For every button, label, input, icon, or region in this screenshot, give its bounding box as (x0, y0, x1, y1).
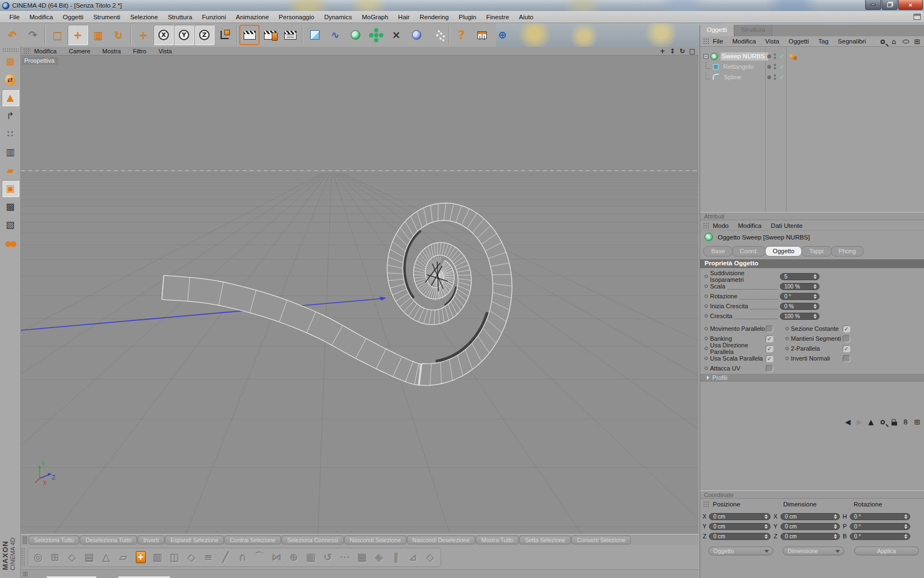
stitch-tool-icon[interactable]: ⊕ (285, 549, 302, 566)
Filtro[interactable]: Filtro (132, 47, 153, 55)
model-mode-button[interactable]: ▲ (2, 89, 19, 106)
position-field[interactable]: 0 cm (709, 513, 771, 520)
tab-struttura[interactable]: Struttura (734, 25, 772, 36)
restore-button[interactable] (882, 0, 898, 10)
enabled-check-icon[interactable]: ✓ (779, 63, 784, 70)
stepper[interactable] (765, 524, 768, 529)
points-mode-button[interactable]: ∷ (2, 126, 19, 143)
checkbox[interactable]: ✓ (843, 345, 850, 352)
attr-drag-handle[interactable] (703, 222, 710, 229)
visibility-dots[interactable] (774, 74, 776, 80)
close-button[interactable]: × (898, 0, 923, 10)
Modo[interactable]: Modo (713, 222, 729, 229)
Aiuto[interactable]: Aiuto (514, 12, 538, 22)
MoGraph[interactable]: MoGraph (357, 12, 393, 22)
coordinate-mode-dropdown[interactable]: Oggetto (708, 547, 773, 555)
size-field[interactable]: 0 cm (780, 513, 840, 520)
stepper[interactable] (834, 514, 837, 519)
File[interactable]: File (713, 38, 723, 45)
Selezione[interactable]: Selezione (125, 12, 163, 22)
polygon-mode-button[interactable]: ▰ (2, 162, 19, 179)
home-icon[interactable]: ⌂ (890, 37, 898, 46)
Oggetti[interactable]: Oggetti (789, 38, 809, 45)
add-particles-button[interactable] (427, 25, 447, 45)
lock-icon[interactable] (890, 418, 898, 426)
Funzioni[interactable]: Funzioni (197, 12, 230, 22)
split-tool-icon[interactable]: ▦ (354, 549, 371, 566)
stepper[interactable] (813, 294, 817, 299)
add-environment-button[interactable] (406, 25, 427, 45)
value-field[interactable]: 0 % (780, 303, 820, 310)
Converti Selezione[interactable]: Converti Selezione (571, 536, 631, 544)
Modifica[interactable]: Modifica (33, 47, 63, 55)
Plugin[interactable]: Plugin (454, 12, 481, 22)
rotate-tool-button[interactable]: ↻ (108, 25, 129, 45)
3d-scene[interactable]: YZX (21, 56, 698, 534)
Inverti[interactable]: Inverti (138, 536, 164, 544)
Nascondi Selezione[interactable]: Nascondi Selezione (344, 536, 406, 544)
Tag[interactable]: Tag (818, 38, 829, 45)
tree-row-sweep-nurbs[interactable]: − S Sweep NURBS ✓ (700, 51, 924, 61)
lock-x-axis-button[interactable]: X (153, 25, 174, 45)
checkbox[interactable]: ✓ (843, 335, 850, 342)
stepper[interactable] (765, 514, 768, 519)
enable-dot[interactable] (767, 65, 771, 69)
enable-dot[interactable] (767, 75, 771, 79)
visibility-dots[interactable] (774, 53, 776, 59)
rotation-field[interactable]: 0 ° (850, 513, 910, 520)
add-spline-button[interactable]: ∿ (325, 25, 345, 45)
slide-tool-icon[interactable]: ╱ (217, 549, 234, 566)
make-editable-button[interactable]: ⇄ (2, 71, 19, 88)
stepper[interactable] (904, 534, 908, 539)
Personaggio[interactable]: Personaggio (274, 12, 320, 22)
add-nurbs-button[interactable] (345, 25, 366, 45)
add-cube-button[interactable] (305, 25, 325, 45)
value-field[interactable]: 0 ° (780, 293, 820, 300)
spline-tool-icon[interactable]: ⌒ (251, 549, 268, 566)
Seleziona Tutto[interactable]: Seleziona Tutto (29, 536, 79, 544)
normal-move-tool-icon[interactable]: ≡ (200, 549, 217, 566)
add-deformer-button[interactable]: × (386, 25, 406, 45)
layout-manager-button[interactable]: ▦ (2, 53, 19, 70)
knife-tool-icon[interactable]: △ (98, 549, 115, 566)
scale-tool-button[interactable]: ▣ (88, 25, 108, 45)
Rendering[interactable]: Rendering (415, 12, 454, 22)
position-field[interactable]: 0 cm (709, 533, 771, 540)
visibility-dots[interactable] (774, 63, 776, 70)
disconnect-tool-icon[interactable]: ⋯ (337, 549, 354, 566)
strip-drag-handle[interactable] (21, 548, 25, 566)
close-hole-tool-icon[interactable]: ▣ (302, 549, 320, 566)
Seleziona Connessi[interactable]: Seleziona Connessi (282, 536, 344, 544)
untriangulate-tool-icon[interactable]: ↺ (320, 549, 337, 566)
minimize-button[interactable] (865, 0, 881, 10)
checkbox[interactable]: ✓ (843, 325, 850, 332)
stepper[interactable] (813, 314, 817, 319)
enabled-check-icon[interactable]: ✓ (779, 53, 784, 60)
coord-drag-handle[interactable] (703, 501, 710, 508)
texture-mode-button[interactable]: ▩ (2, 198, 19, 215)
value-field[interactable]: 100 % (780, 313, 820, 320)
filter-icon[interactable] (901, 37, 910, 46)
forward-arrow-icon[interactable]: ▶ (855, 418, 864, 426)
axis-move-button[interactable]: + (133, 25, 153, 45)
bridge-tool-icon[interactable]: ◇ (64, 549, 81, 566)
bevel-tool-icon[interactable]: ▱ (115, 549, 132, 566)
menu-pin-icon[interactable] (914, 14, 921, 20)
rotation-field[interactable]: 0 ° (850, 533, 910, 540)
matrix-extrude-tool-icon[interactable]: ◫ (166, 549, 183, 566)
viewport-drag-handle[interactable] (23, 48, 31, 54)
maximize-view-icon[interactable]: □ (688, 47, 696, 55)
Espandi Selezione[interactable]: Espandi Selezione (165, 536, 224, 544)
checkbox[interactable]: ✓ (766, 365, 773, 372)
checkbox[interactable]: ✓ (843, 355, 850, 362)
optimize-tool-icon[interactable]: ◎ (30, 549, 47, 566)
enable-dot[interactable] (767, 54, 771, 58)
help-button[interactable]: ? (452, 25, 472, 45)
size-field[interactable]: 0 cm (780, 523, 840, 530)
size-mode-dropdown[interactable]: Dimensione (783, 547, 844, 555)
Phong[interactable]: Phong (831, 246, 864, 257)
om-drag-handle[interactable] (703, 38, 710, 45)
content-browser-button[interactable]: ⊕ (492, 25, 513, 45)
search-icon[interactable] (878, 418, 887, 426)
position-field[interactable]: 0 cm (709, 523, 771, 530)
